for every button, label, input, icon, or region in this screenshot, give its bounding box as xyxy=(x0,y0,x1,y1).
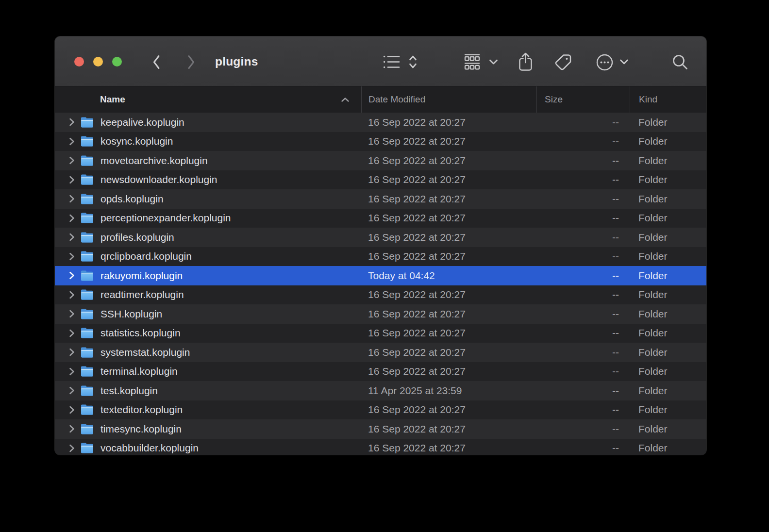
list-view-icon xyxy=(383,54,401,69)
date-modified-cell: 16 Sep 2022 at 20:27 xyxy=(361,232,536,243)
date-modified-cell: 16 Sep 2022 at 20:27 xyxy=(361,212,536,224)
search-button[interactable] xyxy=(671,53,689,71)
file-name-cell: timesync.koplugin xyxy=(55,423,361,435)
folder-icon xyxy=(81,366,94,377)
updown-chevrons-icon xyxy=(409,54,417,69)
file-name-cell: qrclipboard.koplugin xyxy=(55,250,361,262)
file-name-cell: profiles.koplugin xyxy=(55,232,361,243)
chevron-down-icon[interactable] xyxy=(619,59,629,65)
forward-icon xyxy=(187,55,195,69)
disclosure-chevron-icon[interactable] xyxy=(67,271,77,280)
column-header-kind[interactable]: Kind xyxy=(630,86,706,113)
table-row[interactable]: perceptionexpander.koplugin 16 Sep 2022 … xyxy=(55,209,706,228)
disclosure-chevron-icon[interactable] xyxy=(67,386,77,395)
close-button[interactable] xyxy=(74,57,84,66)
disclosure-chevron-icon[interactable] xyxy=(67,252,77,261)
folder-icon xyxy=(81,443,94,453)
view-selector-button[interactable] xyxy=(409,54,417,69)
disclosure-chevron-icon[interactable] xyxy=(67,137,77,146)
disclosure-chevron-icon[interactable] xyxy=(67,405,77,415)
date-modified-cell: 16 Sep 2022 at 20:27 xyxy=(361,193,536,205)
table-row[interactable]: opds.koplugin 16 Sep 2022 at 20:27 -- Fo… xyxy=(55,189,706,209)
table-row[interactable]: rakuyomi.koplugin Today at 04:42 -- Fold… xyxy=(55,266,706,285)
kind-cell: Folder xyxy=(630,385,706,397)
chevron-down-icon[interactable] xyxy=(489,59,498,65)
table-row[interactable]: SSH.koplugin 16 Sep 2022 at 20:27 -- Fol… xyxy=(55,304,706,324)
disclosure-chevron-icon[interactable] xyxy=(67,233,77,242)
column-label-date-modified: Date Modified xyxy=(368,94,425,105)
table-row[interactable]: timesync.koplugin 16 Sep 2022 at 20:27 -… xyxy=(55,419,706,439)
folder-icon xyxy=(81,309,94,319)
kind-cell: Folder xyxy=(630,116,706,128)
table-row[interactable]: readtimer.koplugin 16 Sep 2022 at 20:27 … xyxy=(55,285,706,305)
list-view-button[interactable] xyxy=(383,54,401,69)
disclosure-chevron-icon[interactable] xyxy=(67,214,77,223)
file-name-label: qrclipboard.koplugin xyxy=(100,250,192,262)
table-row[interactable]: keepalive.koplugin 16 Sep 2022 at 20:27 … xyxy=(55,113,706,132)
date-modified-cell: 11 Apr 2025 at 23:59 xyxy=(361,385,536,397)
folder-icon xyxy=(81,328,94,338)
more-options-button[interactable] xyxy=(596,53,614,71)
file-name-label: newsdownloader.koplugin xyxy=(100,174,217,185)
finder-window: plugins xyxy=(55,36,706,455)
disclosure-chevron-icon[interactable] xyxy=(67,367,77,376)
minimize-button[interactable] xyxy=(93,57,103,66)
disclosure-chevron-icon[interactable] xyxy=(67,348,77,357)
table-row[interactable]: vocabbuilder.koplugin 16 Sep 2022 at 20:… xyxy=(55,439,706,455)
folder-icon xyxy=(81,404,94,415)
size-cell: -- xyxy=(536,232,630,243)
table-row[interactable]: qrclipboard.koplugin 16 Sep 2022 at 20:2… xyxy=(55,247,706,266)
folder-icon xyxy=(81,347,94,358)
file-name-label: systemstat.koplugin xyxy=(100,347,190,358)
size-cell: -- xyxy=(536,327,630,339)
disclosure-chevron-icon[interactable] xyxy=(67,444,77,453)
kind-cell: Folder xyxy=(630,404,706,416)
kind-cell: Folder xyxy=(630,212,706,224)
size-cell: -- xyxy=(536,193,630,205)
share-button[interactable] xyxy=(518,52,534,72)
column-header-date-modified[interactable]: Date Modified xyxy=(361,86,536,113)
file-list: keepalive.koplugin 16 Sep 2022 at 20:27 … xyxy=(55,113,706,455)
table-row[interactable]: movetoarchive.koplugin 16 Sep 2022 at 20… xyxy=(55,151,706,170)
disclosure-chevron-icon[interactable] xyxy=(67,290,77,299)
disclosure-chevron-icon[interactable] xyxy=(67,309,77,318)
table-row[interactable]: texteditor.koplugin 16 Sep 2022 at 20:27… xyxy=(55,400,706,420)
table-row[interactable]: terminal.koplugin 16 Sep 2022 at 20:27 -… xyxy=(55,362,706,382)
group-by-icon xyxy=(463,54,481,70)
date-modified-cell: 16 Sep 2022 at 20:27 xyxy=(361,404,536,416)
folder-icon xyxy=(81,117,94,128)
file-name-label: texteditor.koplugin xyxy=(100,404,183,416)
disclosure-chevron-icon[interactable] xyxy=(67,329,77,338)
zoom-button[interactable] xyxy=(112,57,122,66)
table-row[interactable]: systemstat.koplugin 16 Sep 2022 at 20:27… xyxy=(55,343,706,362)
disclosure-chevron-icon[interactable] xyxy=(67,194,77,203)
table-row[interactable]: test.koplugin 11 Apr 2025 at 23:59 -- Fo… xyxy=(55,381,706,400)
group-by-button[interactable] xyxy=(463,54,481,70)
disclosure-chevron-icon[interactable] xyxy=(67,424,77,433)
table-row[interactable]: kosync.koplugin 16 Sep 2022 at 20:27 -- … xyxy=(55,132,706,151)
tag-button[interactable] xyxy=(554,53,572,71)
file-name-cell: keepalive.koplugin xyxy=(55,116,361,128)
forward-button[interactable] xyxy=(184,54,199,70)
size-cell: -- xyxy=(536,212,630,224)
size-cell: -- xyxy=(536,270,630,282)
file-name-cell: newsdownloader.koplugin xyxy=(55,174,361,185)
size-cell: -- xyxy=(536,155,630,166)
date-modified-cell: 16 Sep 2022 at 20:27 xyxy=(361,250,536,262)
table-row[interactable]: newsdownloader.koplugin 16 Sep 2022 at 2… xyxy=(55,170,706,190)
back-icon xyxy=(152,55,160,69)
table-row[interactable]: profiles.koplugin 16 Sep 2022 at 20:27 -… xyxy=(55,228,706,247)
disclosure-chevron-icon[interactable] xyxy=(67,117,77,127)
title-bar[interactable]: plugins xyxy=(55,36,706,86)
column-label-name: Name xyxy=(100,94,125,105)
size-cell: -- xyxy=(536,250,630,262)
table-row[interactable]: statistics.koplugin 16 Sep 2022 at 20:27… xyxy=(55,324,706,343)
size-cell: -- xyxy=(536,174,630,185)
disclosure-chevron-icon[interactable] xyxy=(67,175,77,184)
file-name-label: movetoarchive.koplugin xyxy=(100,155,208,166)
column-header-size[interactable]: Size xyxy=(536,86,630,113)
file-name-label: keepalive.koplugin xyxy=(100,116,184,128)
disclosure-chevron-icon[interactable] xyxy=(67,156,77,165)
column-header-name[interactable]: Name xyxy=(55,86,361,113)
back-button[interactable] xyxy=(149,54,164,70)
